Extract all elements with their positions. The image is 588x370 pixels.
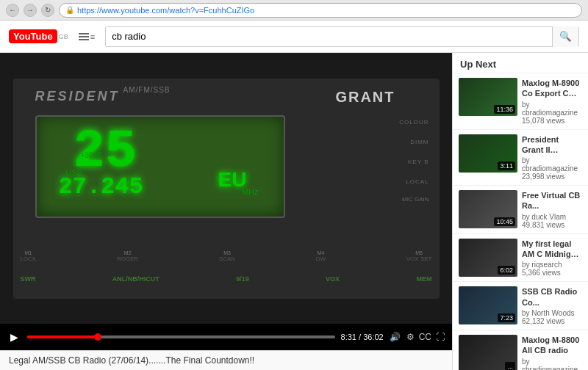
sidebar-items-container: 11:36 Maxlog M-8900 Co Export CB Radio b…: [453, 73, 588, 370]
browser-chrome: ← → ↻ 🔒 https://www.youtube.com/watch?v=…: [0, 0, 588, 21]
display-screen: 25 EU USB +30dB 27.245 MHz: [35, 115, 285, 218]
video-duration: 11:36: [494, 105, 515, 114]
thumb-container: 3:11: [459, 134, 517, 173]
mic-gain-label: MIC GAIN: [402, 196, 429, 203]
progress-dot: [94, 333, 101, 341]
sidebar-item-channel: by riqsearch: [522, 261, 582, 269]
forward-button[interactable]: →: [24, 4, 37, 17]
thumb-container: 10:45: [459, 190, 517, 228]
sidebar-item-title: Free Virtual CB Ra...: [522, 190, 582, 211]
video-description: Legal AM/SSB CB Radio (27/06/14).......T…: [0, 350, 452, 370]
sidebar-item[interactable]: 11:36 Maxlog M-8900 Co Export CB Radio b…: [453, 73, 588, 130]
up-next-header: Up Next: [453, 53, 588, 73]
vox-label: VOX: [326, 275, 340, 283]
swr-label: SWR: [21, 275, 36, 283]
video-duration: ...: [505, 362, 515, 370]
video-panel: RESIDENT AM/FM/SSB GRANT 25 EU USB +30dB…: [0, 53, 452, 370]
anl-label: ANL/NB/HICUT: [112, 275, 159, 283]
sidebar-item-title: President Grant II Modification: [522, 134, 582, 156]
lower-labels-row: SWR ANL/NB/HICUT 9/19 VOX MEM: [21, 275, 432, 283]
lock-icon: 🔒: [65, 6, 74, 14]
btn-m5-vox: M5VOX SET: [406, 250, 432, 262]
channel-pos-label: 9/19: [236, 275, 249, 283]
search-icon: 🔍: [559, 31, 572, 42]
youtube-header: YouTube GB ≡ 🔍: [0, 21, 588, 53]
video-area: RESIDENT AM/FM/SSB GRANT 25 EU USB +30dB…: [0, 53, 452, 324]
sidebar-item[interactable]: ... Maxlog M-8800 All CB radio by cbradi…: [453, 330, 588, 370]
db-label: +30dB: [81, 151, 102, 159]
hamburger-icon: [79, 33, 89, 40]
local-label: LOCAL: [399, 178, 429, 185]
radio-device: RESIDENT AM/FM/SSB GRANT 25 EU USB +30dB…: [13, 79, 440, 299]
play-button[interactable]: ▶: [7, 330, 21, 344]
video-controls: ▶ 8:31 / 36:02 🔊 ⚙ CC ⛶: [0, 324, 452, 350]
sidebar-item-info: My first legal AM C Midnight 27 June 2 b…: [522, 239, 582, 278]
thumb-container: 7:23: [459, 286, 517, 324]
thumb-container: 6:02: [459, 239, 517, 277]
radio-model-label: GRANT: [335, 89, 395, 106]
function-buttons-row: M1LOCK M2ROGER M3SCAN M4DW M5VOX SET: [21, 250, 432, 262]
back-button[interactable]: ←: [6, 4, 19, 17]
sidebar-item-title: Maxlog M-8900 Co Export CB Radio: [522, 78, 582, 99]
colour-label: COLOUR: [399, 119, 429, 126]
sidebar-item[interactable]: 10:45 Free Virtual CB Ra... by duck Vlam…: [453, 186, 588, 234]
control-icons: ⚙ CC ⛶: [406, 332, 445, 342]
video-frame: RESIDENT AM/FM/SSB GRANT 25 EU USB +30dB…: [0, 53, 452, 324]
video-duration: 3:11: [498, 162, 515, 170]
youtube-logo-icon: YouTube: [9, 29, 57, 43]
sidebar-item-info: Maxlog M-8800 All CB radio by cbradiomag…: [522, 335, 582, 370]
sidebar-item-info: Maxlog M-8900 Co Export CB Radio by cbra…: [522, 78, 582, 125]
mem-label: MEM: [416, 275, 431, 283]
sidebar-item[interactable]: 3:11 President Grant II Modification by …: [453, 130, 588, 186]
sidebar-item-views: 23,998 views: [522, 173, 582, 181]
region-label: GB: [59, 33, 68, 40]
sidebar-item-info: SSB CB Radio Co... by North Woods 62,132…: [522, 286, 582, 325]
time-display: 8:31 / 36:02: [341, 333, 384, 341]
video-title-text: Legal AM/SSB CB Radio (27/06/14).......T…: [9, 355, 254, 366]
youtube-logo[interactable]: YouTube GB: [9, 29, 68, 43]
btn-m1-lock: M1LOCK: [21, 250, 37, 262]
radio-brand-label: RESIDENT: [35, 89, 120, 104]
sidebar-item-channel: by cbradiomagazine: [522, 101, 582, 117]
sidebar-item-channel: by cbradiomagazine: [522, 358, 582, 370]
hamburger-button[interactable]: ≡: [76, 29, 98, 44]
subtitles-icon[interactable]: CC: [419, 332, 431, 342]
search-input[interactable]: [106, 27, 552, 46]
thumb-container: 11:36: [459, 78, 517, 116]
search-bar: 🔍: [105, 26, 579, 47]
refresh-button[interactable]: ↻: [41, 4, 54, 17]
sidebar-item-views: 15,078 views: [522, 117, 582, 125]
main-content: RESIDENT AM/FM/SSB GRANT 25 EU USB +30dB…: [0, 53, 588, 370]
sidebar-item-title: My first legal AM C Midnight 27 June 2: [522, 239, 582, 260]
thumb-container: ...: [459, 335, 517, 370]
sidebar-item-title: SSB CB Radio Co...: [522, 286, 582, 308]
btn-m3-scan: M3SCAN: [219, 250, 235, 262]
sidebar-item-views: 5,366 views: [522, 269, 582, 277]
fullscreen-icon[interactable]: ⛶: [436, 332, 445, 342]
sidebar-item-info: Free Virtual CB Ra... by duck Vlam 49,83…: [522, 190, 582, 229]
volume-icon[interactable]: 🔊: [390, 332, 401, 342]
video-duration: 6:02: [498, 266, 515, 275]
sidebar-item[interactable]: 7:23 SSB CB Radio Co... by North Woods 6…: [453, 282, 588, 330]
side-labels: COLOUR DIMM KEY B LOCAL: [399, 119, 429, 185]
sidebar: Up Next 11:36 Maxlog M-8900 Co Export CB…: [452, 53, 588, 370]
sidebar-item[interactable]: 6:02 My first legal AM C Midnight 27 Jun…: [453, 234, 588, 283]
progress-fill: [27, 335, 98, 338]
sidebar-item-channel: by North Woods: [522, 309, 582, 317]
settings-icon[interactable]: ⚙: [406, 332, 415, 342]
search-button[interactable]: 🔍: [552, 26, 578, 47]
sidebar-item-views: 49,831 views: [522, 221, 582, 229]
sidebar-item-info: President Grant II Modification by cbrad…: [522, 134, 582, 181]
frequency-display: 27.245: [59, 173, 143, 200]
sidebar-item-title: Maxlog M-8800 All CB radio: [522, 335, 582, 356]
progress-bar[interactable]: [27, 335, 335, 338]
btn-m4-dw: M4DW: [316, 250, 326, 262]
video-duration: 7:23: [498, 313, 515, 322]
address-bar[interactable]: 🔒 https://www.youtube.com/watch?v=FcuhhC…: [59, 3, 582, 18]
keyb-label: KEY B: [399, 159, 429, 165]
dimm-label: DIMM: [399, 139, 429, 145]
mhz-label: MHz: [242, 187, 259, 196]
radio-mode-label: AM/FM/SSB: [123, 86, 171, 94]
btn-m2-roger: M2ROGER: [117, 250, 138, 262]
sidebar-item-channel: by duck Vlam: [522, 213, 582, 221]
